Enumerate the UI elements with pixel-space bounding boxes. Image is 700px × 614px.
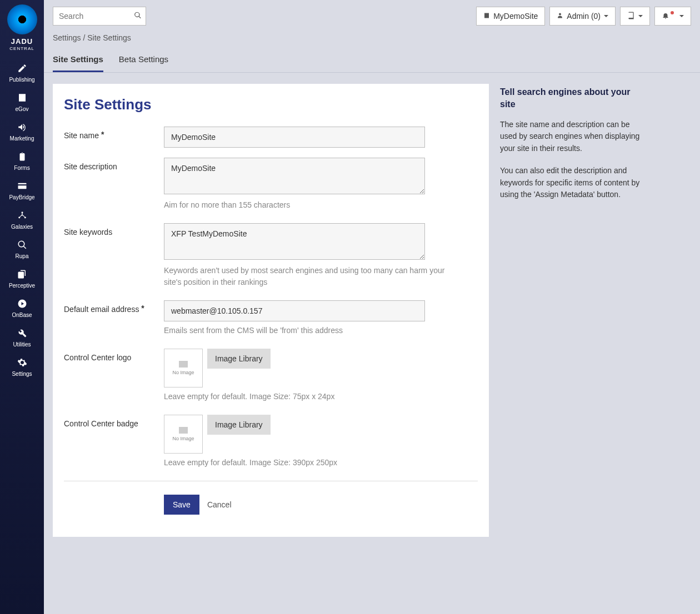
tab-site-settings[interactable]: Site Settings xyxy=(53,54,103,72)
settings-panel: Site Settings Site name * Site descripti… xyxy=(53,84,489,537)
sidebar-item-onbase[interactable]: OnBase xyxy=(0,294,44,324)
tab-beta-settings[interactable]: Beta Settings xyxy=(119,54,168,72)
label-default-email: Default email address * xyxy=(64,300,164,314)
sidebar-item-utilities[interactable]: Utilities xyxy=(0,324,44,353)
help-aside: Tell search engines about your site The … xyxy=(500,84,644,211)
breadcrumb: Settings / Site Settings xyxy=(44,26,700,42)
theme-menu-button[interactable] xyxy=(620,7,650,26)
sidebar-item-marketing[interactable]: Marketing xyxy=(0,118,44,147)
svg-point-0 xyxy=(21,212,23,213)
tab-label: Beta Settings xyxy=(119,54,168,64)
breadcrumb-sep: / xyxy=(83,33,85,42)
brand-sub: CENTRAL xyxy=(9,46,34,51)
sidebar-item-label: Marketing xyxy=(0,135,44,142)
topbar: MyDemoSite Admin (0) xyxy=(44,0,700,26)
gear-icon xyxy=(0,358,44,369)
sidebar-item-forms[interactable]: Forms xyxy=(0,147,44,177)
sidebar-item-galaxies[interactable]: Galaxies xyxy=(0,206,44,235)
sidebar-item-label: eGov xyxy=(0,106,44,112)
sidebar-item-label: Galaxies xyxy=(0,224,44,230)
bullhorn-icon xyxy=(0,122,44,133)
site-keywords-input[interactable]: XFP TestMyDemoSite xyxy=(164,223,425,260)
help-site-keywords: Keywords aren't used by most search engi… xyxy=(164,265,464,288)
cc-logo-image-library-button[interactable]: Image Library xyxy=(207,349,271,369)
label-site-name: Site name * xyxy=(64,127,164,140)
card-icon xyxy=(0,181,44,192)
search-icon[interactable] xyxy=(134,12,142,21)
user-icon xyxy=(557,12,563,21)
caret-down-icon xyxy=(604,15,608,17)
tab-label: Site Settings xyxy=(53,54,103,64)
no-image-text: No Image xyxy=(172,370,194,375)
help-cc-logo: Leave empty for default. Image Size: 75p… xyxy=(164,391,464,402)
sidebar-item-label: Forms xyxy=(0,165,44,171)
aside-paragraph: The site name and description can be use… xyxy=(500,119,644,155)
notification-dot-icon xyxy=(671,11,674,14)
svg-point-4 xyxy=(559,13,561,15)
cc-badge-thumbnail[interactable]: No Image xyxy=(164,415,203,454)
notifications-button[interactable] xyxy=(654,7,691,26)
help-cc-badge: Leave empty for default. Image Size: 390… xyxy=(164,457,464,469)
no-image-icon xyxy=(179,427,188,434)
label-site-keywords: Site keywords xyxy=(64,223,164,236)
caret-down-icon xyxy=(638,15,643,17)
bell-icon xyxy=(662,12,669,21)
no-image-icon xyxy=(179,361,188,368)
wrench-icon xyxy=(0,328,44,339)
pencil-icon xyxy=(0,63,44,74)
nodes-icon xyxy=(0,210,44,222)
building-icon xyxy=(483,12,490,21)
sidebar-item-publishing[interactable]: Publishing xyxy=(0,59,44,88)
no-image-text: No Image xyxy=(172,436,194,441)
svg-point-2 xyxy=(24,217,26,218)
breadcrumb-root[interactable]: Settings xyxy=(53,33,81,42)
breadcrumb-current: Site Settings xyxy=(87,33,131,42)
cc-logo-thumbnail[interactable]: No Image xyxy=(164,349,203,387)
sidebar-item-label: Settings xyxy=(0,371,44,377)
site-switcher-button[interactable]: MyDemoSite xyxy=(476,7,545,26)
user-label: Admin (0) xyxy=(567,12,601,21)
main-area: MyDemoSite Admin (0) xyxy=(44,0,700,614)
topbar-right: MyDemoSite Admin (0) xyxy=(476,7,691,26)
site-label: MyDemoSite xyxy=(493,12,538,21)
sidebar-item-label: PayBridge xyxy=(0,194,44,200)
cancel-button[interactable]: Cancel xyxy=(207,500,232,509)
brand-name: JADU xyxy=(11,38,33,45)
default-email-input[interactable] xyxy=(164,300,425,321)
svg-point-1 xyxy=(18,217,20,218)
tabs: Site Settings Beta Settings xyxy=(44,42,700,73)
divider xyxy=(64,481,478,481)
sidebar-item-label: Utilities xyxy=(0,341,44,348)
sidebar-item-label: Perceptive xyxy=(0,283,44,289)
brand-logo-icon xyxy=(7,4,37,34)
site-description-input[interactable]: MyDemoSite xyxy=(164,158,425,194)
search-box xyxy=(53,7,146,26)
building-icon xyxy=(0,93,44,104)
cc-badge-image-library-button[interactable]: Image Library xyxy=(207,415,271,435)
sidebar: JADU CENTRAL Publishing eGov Marketing F… xyxy=(0,0,44,614)
sidebar-item-label: Rupa xyxy=(0,253,44,259)
label-cc-logo: Control Center logo xyxy=(64,349,164,362)
site-name-input[interactable] xyxy=(164,127,425,148)
aside-heading: Tell search engines about your site xyxy=(500,86,644,111)
sidebar-item-paybridge[interactable]: PayBridge xyxy=(0,177,44,206)
clipboard-icon xyxy=(0,152,44,163)
label-cc-badge: Control Center badge xyxy=(64,415,164,428)
sidebar-item-label: OnBase xyxy=(0,312,44,318)
page-title: Site Settings xyxy=(64,96,478,113)
sidebar-item-label: Publishing xyxy=(0,77,44,83)
help-default-email: Emails sent from the CMS will be 'from' … xyxy=(164,325,464,336)
content-row: Site Settings Site name * Site descripti… xyxy=(44,73,700,548)
required-marker: * xyxy=(141,304,144,313)
caret-down-icon xyxy=(679,15,684,17)
user-menu-button[interactable]: Admin (0) xyxy=(549,7,616,26)
aside-paragraph: You can also edit the description and ke… xyxy=(500,165,644,201)
sidebar-item-perceptive[interactable]: Perceptive xyxy=(0,265,44,294)
search-input[interactable] xyxy=(53,7,146,26)
sidebar-item-settings[interactable]: Settings xyxy=(0,353,44,383)
required-marker: * xyxy=(101,130,104,139)
sidebar-item-rupa[interactable]: Rupa xyxy=(0,235,44,265)
copy-icon xyxy=(0,269,44,280)
save-button[interactable]: Save xyxy=(164,495,199,515)
sidebar-item-egov[interactable]: eGov xyxy=(0,88,44,118)
